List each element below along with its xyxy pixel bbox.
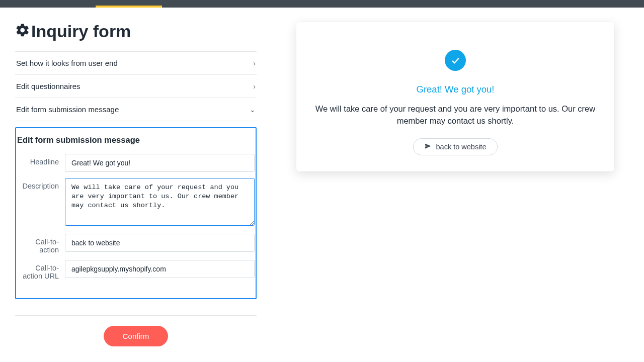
cta-input[interactable] [65,234,255,252]
description-textarea[interactable]: We will take care of your request and yo… [65,178,255,226]
cta-label: Call-to-action [16,234,65,254]
accordion-label: Edit questionnaires [16,82,80,90]
success-check-icon [445,50,466,71]
active-tab-indicator [96,6,162,8]
gear-icon [15,23,30,40]
panel-title: Edit form submission message [16,135,256,151]
preview-cta-label: back to website [436,143,487,151]
chevron-right-icon: › [253,59,256,67]
cta-url-input[interactable] [65,260,255,278]
page-title-text: Inquiry form [31,22,131,41]
preview-cta-button[interactable]: back to website [413,138,498,155]
preview-headline: Great! We got you! [308,84,602,95]
edit-submission-panel: Edit form submission message Headline De… [15,127,257,299]
paper-plane-icon [425,143,431,151]
page-title: Inquiry form [15,22,257,41]
cta-url-label: Call-to-action URL [16,260,65,280]
confirm-button[interactable]: Confirm [104,326,169,346]
description-label: Description [16,178,65,190]
chevron-down-icon: ⌄ [250,106,256,114]
top-navbar [0,0,644,8]
accordion-row-user-end[interactable]: Set how it looks from user end › [15,52,257,75]
preview-card: Great! We got you! We will take care of … [296,22,614,171]
preview-description: We will take care of your request and yo… [314,103,596,127]
headline-input[interactable] [65,154,255,172]
accordion-row-questionnaires[interactable]: Edit questionnaires › [15,75,257,98]
accordion-row-submission-message[interactable]: Edit form submission message ⌄ [15,98,257,121]
accordion-label: Set how it looks from user end [16,59,118,67]
headline-label: Headline [16,154,65,166]
accordion-label: Edit form submission message [16,105,119,114]
chevron-right-icon: › [253,82,256,90]
